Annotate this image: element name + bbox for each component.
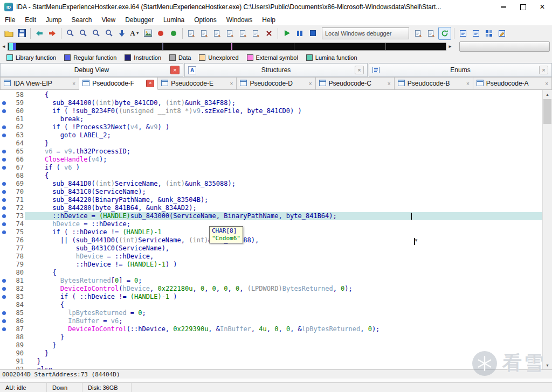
- code-line-91[interactable]: 91 }: [0, 358, 543, 366]
- navigation-band[interactable]: [8, 43, 446, 51]
- attach-debugger-icon[interactable]: [412, 27, 424, 39]
- tab-close-icon[interactable]: ×: [466, 81, 470, 87]
- code-line-65[interactable]: 65 v6 = v9.th32ProcessID;: [0, 148, 543, 156]
- code-line-76[interactable]: 76 || (sub_8441D0((int)ServiceName, (int…: [0, 236, 543, 244]
- menu-item-lumina[interactable]: Lumina: [158, 15, 189, 25]
- edit-function-icon[interactable]: [198, 27, 210, 39]
- code-line-59[interactable]: 59 sub_844100((int)byte_841CD0, (int)&un…: [0, 99, 543, 107]
- maximize-button[interactable]: [513, 1, 533, 14]
- search-next-text-icon[interactable]: [90, 27, 102, 39]
- tab-close-icon[interactable]: ×: [309, 81, 312, 87]
- code-line-78[interactable]: 78 hDevice = ::hDevice,: [0, 253, 543, 261]
- debugger-options-icon[interactable]: [425, 27, 437, 39]
- panel-close-icon[interactable]: ×: [170, 66, 180, 74]
- record-start-icon[interactable]: [168, 27, 180, 39]
- tab-pseudocode-d[interactable]: Pseudocode-D×: [237, 77, 315, 90]
- tab-close-icon[interactable]: ×: [388, 81, 391, 87]
- set-type-icon[interactable]: [211, 27, 223, 39]
- breakpoint-list-icon[interactable]: [470, 27, 482, 39]
- search-memory-icon[interactable]: [64, 27, 76, 39]
- patch-bytes-icon[interactable]: [250, 27, 262, 39]
- tab-ida-view-eip[interactable]: IDA View-EIP×: [0, 77, 79, 90]
- debugger-select[interactable]: Local Windows debugger▼: [322, 27, 409, 39]
- save-file-icon[interactable]: [16, 27, 27, 39]
- minimize-button[interactable]: [494, 1, 513, 14]
- menu-item-debugger[interactable]: Debugger: [120, 15, 158, 25]
- delete-function-icon[interactable]: [263, 27, 275, 39]
- panel-tab-enums[interactable]: Enums×: [369, 63, 552, 77]
- snapshot-icon[interactable]: [142, 27, 154, 39]
- debugger-windows-icon[interactable]: [457, 27, 469, 39]
- menu-item-file[interactable]: File: [0, 15, 20, 25]
- code-line-58[interactable]: 58 {: [0, 91, 543, 99]
- code-line-70[interactable]: 70 sub_8431C0(ServiceName);: [0, 188, 543, 196]
- menu-item-edit[interactable]: Edit: [20, 15, 41, 25]
- pseudocode-view[interactable]: 58 {59 sub_844100((int)byte_841CD0, (int…: [0, 90, 543, 369]
- tab-pseudocode-e[interactable]: Pseudocode-E×: [158, 77, 237, 90]
- menu-item-search[interactable]: Search: [66, 15, 96, 25]
- code-line-85[interactable]: 85 lpBytesReturned = 0;: [0, 309, 543, 317]
- code-line-62[interactable]: 62 if ( !Process32Next(v4, &v9) ): [0, 123, 543, 131]
- code-line-82[interactable]: 82 DeviceIoControl(hDevice, 0x222180u, 0…: [0, 285, 543, 293]
- scrollbar-thumb[interactable]: [543, 99, 551, 124]
- code-line-64[interactable]: 64 }: [0, 139, 543, 148]
- navigate-back-icon[interactable]: [33, 27, 45, 39]
- panel-tab-structures[interactable]: AStructures×: [184, 63, 368, 77]
- tab-pseudocode-c[interactable]: Pseudocode-C×: [316, 77, 395, 90]
- code-line-60[interactable]: 60 if ( !sub_8234F0((unsigned __int8 *)v…: [0, 107, 543, 115]
- scroll-up-icon[interactable]: ▲: [543, 90, 552, 99]
- tab-pseudocode-f[interactable]: Pseudocode-F×: [79, 77, 158, 90]
- tab-pseudocode-b[interactable]: Pseudocode-B×: [395, 77, 473, 90]
- scroll-down-icon[interactable]: ▼: [543, 361, 552, 369]
- code-line-81[interactable]: 81 BytesReturned[0] = 0;: [0, 277, 543, 285]
- close-button[interactable]: ×: [533, 1, 552, 14]
- font-button[interactable]: A▼: [129, 27, 141, 39]
- code-line-90[interactable]: 90 }: [0, 349, 543, 358]
- rename-icon[interactable]: [237, 27, 249, 39]
- module-list-icon[interactable]: [483, 27, 495, 39]
- menu-item-windows[interactable]: Windows: [222, 15, 258, 25]
- code-line-77[interactable]: 77 sub_8431C0(ServiceName),: [0, 244, 543, 253]
- tab-close-icon[interactable]: ×: [72, 81, 75, 87]
- create-function-icon[interactable]: [185, 27, 197, 39]
- tab-close-icon[interactable]: ×: [230, 81, 233, 87]
- menu-item-view[interactable]: View: [96, 15, 120, 25]
- code-line-79[interactable]: 79 ::hDevice != (HANDLE)-1) ): [0, 261, 543, 269]
- stop-process-button[interactable]: [307, 27, 319, 39]
- code-line-73[interactable]: 73 ::hDevice = (HANDLE)sub_843000(Servic…: [0, 212, 543, 220]
- code-line-87[interactable]: 87 DeviceIoControl(::hDevice, 0x229390u,…: [0, 325, 543, 333]
- start-process-button[interactable]: [281, 27, 293, 39]
- tab-pseudocode-a[interactable]: Pseudocode-A×: [473, 77, 552, 90]
- menu-item-jump[interactable]: Jump: [41, 15, 66, 25]
- code-line-80[interactable]: 80 {: [0, 269, 543, 277]
- search-next-binary-icon[interactable]: [103, 27, 115, 39]
- code-line-66[interactable]: 66 CloseHandle(v4);: [0, 156, 543, 164]
- code-line-92[interactable]: 92 else: [0, 366, 543, 369]
- jump-to-address-icon[interactable]: [116, 27, 128, 39]
- pause-process-button[interactable]: [294, 27, 306, 39]
- panel-tab-debug-view[interactable]: Debug View×: [0, 63, 183, 77]
- code-line-69[interactable]: 69 sub_8441D0((int)ServiceName, (int)&un…: [0, 180, 543, 188]
- code-line-74[interactable]: 74 hDevice = ::hDevice;: [0, 220, 543, 228]
- search-text-icon[interactable]: [77, 27, 89, 39]
- navigate-forward-icon[interactable]: [46, 27, 58, 39]
- record-stop-icon[interactable]: [155, 27, 167, 39]
- menu-item-help[interactable]: Help: [257, 15, 280, 25]
- tab-close-icon[interactable]: ×: [545, 81, 548, 87]
- code-line-71[interactable]: 71 sub_844220(BinaryPathName, &unk_83504…: [0, 196, 543, 204]
- code-line-89[interactable]: 89 }: [0, 341, 543, 349]
- code-line-75[interactable]: 75 if ( ::hDevice != (HANDLE)-1: [0, 228, 543, 236]
- code-line-63[interactable]: 63 goto LABEL_2;: [0, 131, 543, 139]
- navband-right-arrow[interactable]: ►: [446, 44, 454, 49]
- trace-window-icon[interactable]: [496, 27, 508, 39]
- code-line-83[interactable]: 83 if ( ::hDevice != (HANDLE)-1 ): [0, 293, 543, 301]
- vertical-scrollbar[interactable]: ▲ ▼: [542, 90, 552, 369]
- open-file-icon[interactable]: [3, 27, 15, 39]
- menu-item-options[interactable]: Options: [189, 15, 221, 25]
- code-line-84[interactable]: 84 {: [0, 301, 543, 309]
- code-line-61[interactable]: 61 break;: [0, 115, 543, 123]
- code-line-72[interactable]: 72 sub_844280(byte_841B64, &unk_834AD2);: [0, 204, 543, 212]
- code-line-86[interactable]: 86 InBuffer = v6;: [0, 317, 543, 325]
- add-xref-icon[interactable]: [224, 27, 236, 39]
- code-line-88[interactable]: 88 }: [0, 333, 543, 341]
